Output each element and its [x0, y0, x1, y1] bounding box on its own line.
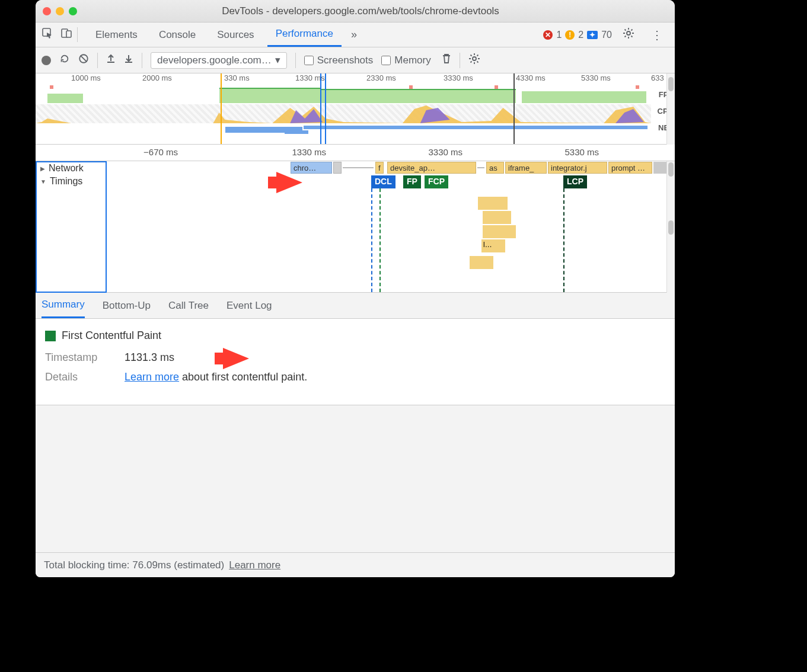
console-status-badges[interactable]: ✕ 1 ! 2 ✦ 70: [543, 30, 612, 40]
recording-selector[interactable]: developers.google.com… ▾: [151, 52, 287, 69]
track-network[interactable]: ▶Network: [36, 161, 106, 174]
status-bar: Total blocking time: 76.09ms (estimated)…: [36, 552, 675, 577]
info-count: 70: [601, 30, 612, 40]
footer-learn-more-link[interactable]: Learn more: [229, 559, 280, 571]
learn-more-link[interactable]: Learn more: [125, 371, 179, 383]
capture-settings-icon[interactable]: [468, 53, 480, 68]
network-request[interactable]: as: [486, 162, 504, 174]
info-icon: ✦: [587, 31, 598, 39]
total-blocking-time: Total blocking time: 76.09ms (estimated): [44, 559, 224, 571]
load-profile-icon[interactable]: [106, 53, 116, 67]
recording-selector-value: developers.google.com…: [157, 55, 272, 66]
more-tabs-icon[interactable]: »: [346, 28, 362, 41]
track-timings[interactable]: ▼Timings: [36, 174, 106, 187]
long-task[interactable]: [483, 225, 516, 238]
svg-line-5: [81, 56, 87, 62]
track-labels: ▶Network ▼Timings: [36, 161, 107, 292]
detail-tab-bottom-up[interactable]: Bottom-Up: [103, 293, 151, 318]
detail-tab-summary[interactable]: Summary: [42, 293, 85, 318]
window-minimize-button[interactable]: [56, 7, 64, 15]
summary-panel: First Contentful Paint Timestamp 1131.3 …: [36, 319, 675, 405]
memory-checkbox[interactable]: Memory: [381, 55, 430, 66]
cpu-lane: [36, 104, 651, 123]
overview-ruler: 1000 ms 2000 ms 330 ms 1330 ms 2330 ms 3…: [36, 73, 675, 84]
window-close-button[interactable]: [43, 7, 51, 15]
flame-main[interactable]: chro… f devsite_ap… as iframe_ integrato…: [107, 161, 675, 292]
inspect-element-icon[interactable]: [42, 27, 53, 42]
svg-rect-6: [107, 62, 114, 63]
fps-lane: [36, 87, 651, 103]
svg-point-8: [473, 57, 476, 60]
flamechart-area[interactable]: −670 ms 1330 ms 3330 ms 5330 ms ▶Network…: [36, 145, 675, 293]
detail-tab-bar: Summary Bottom-Up Call Tree Event Log: [36, 293, 675, 319]
overview-timeline[interactable]: 1000 ms 2000 ms 330 ms 1330 ms 2330 ms 3…: [36, 73, 675, 145]
tab-sources[interactable]: Sources: [209, 23, 262, 47]
window-traffic-lights: [43, 7, 77, 15]
timing-lcp[interactable]: LCP: [563, 175, 587, 188]
empty-space: [36, 405, 675, 552]
network-request[interactable]: iframe_: [505, 162, 547, 174]
long-task[interactable]: l…: [481, 239, 505, 252]
record-button[interactable]: [42, 56, 51, 65]
device-toolbar-icon[interactable]: [60, 27, 72, 42]
memory-checkbox-input[interactable]: [381, 56, 391, 65]
timing-fp[interactable]: FP: [403, 175, 421, 188]
tab-console[interactable]: Console: [151, 23, 204, 47]
error-icon: ✕: [543, 30, 553, 40]
dropdown-icon: ▾: [275, 54, 280, 66]
screenshots-label: Screenshots: [317, 55, 374, 66]
settings-icon[interactable]: [617, 27, 640, 42]
net-lane: [36, 124, 651, 134]
flame-scrollbar[interactable]: [666, 161, 675, 293]
reload-record-icon[interactable]: [59, 53, 70, 67]
svg-point-3: [627, 31, 630, 35]
network-request[interactable]: f: [375, 162, 384, 174]
timestamp-value: 1131.3 ms: [125, 351, 174, 364]
window-titlebar: DevTools - developers.google.com/web/too…: [36, 0, 675, 23]
network-request[interactable]: prompt …: [608, 162, 652, 174]
timing-fcp[interactable]: FCP: [425, 175, 448, 188]
tab-performance[interactable]: Performance: [267, 23, 342, 47]
network-request[interactable]: [333, 162, 342, 174]
screenshots-checkbox[interactable]: Screenshots: [304, 55, 374, 66]
annotation-arrow-icon: [223, 348, 249, 369]
error-count: 1: [556, 30, 562, 40]
performance-toolbar: developers.google.com… ▾ Screenshots Mem…: [36, 47, 675, 73]
devtools-window: DevTools - developers.google.com/web/too…: [36, 0, 675, 577]
window-title: DevTools - developers.google.com/web/too…: [77, 5, 668, 17]
details-label: Details: [45, 371, 110, 383]
summary-title: First Contentful Paint: [62, 329, 161, 342]
screenshots-checkbox-input[interactable]: [304, 56, 314, 65]
warning-count: 2: [578, 30, 583, 40]
details-tail: about first contentful paint.: [179, 371, 307, 383]
more-options-icon[interactable]: ⋮: [645, 28, 669, 42]
long-task[interactable]: [483, 211, 511, 224]
flame-ruler: −670 ms 1330 ms 3330 ms 5330 ms: [36, 145, 675, 161]
window-zoom-button[interactable]: [69, 7, 77, 15]
long-task[interactable]: [478, 197, 508, 210]
long-task[interactable]: [470, 256, 493, 269]
clear-icon[interactable]: [78, 53, 89, 67]
event-color-swatch: [45, 331, 56, 341]
svg-rect-7: [125, 62, 132, 63]
devtools-main-tab-bar: Elements Console Sources Performance » ✕…: [36, 23, 675, 47]
annotation-arrow-icon: [276, 172, 302, 193]
overview-scrollbar[interactable]: [666, 73, 675, 145]
memory-label: Memory: [394, 55, 430, 66]
svg-rect-2: [66, 31, 71, 37]
timestamp-label: Timestamp: [45, 351, 110, 364]
network-request[interactable]: devsite_ap…: [387, 162, 476, 174]
detail-tab-call-tree[interactable]: Call Tree: [168, 293, 209, 318]
tab-elements[interactable]: Elements: [87, 23, 146, 47]
detail-tab-event-log[interactable]: Event Log: [227, 293, 272, 318]
timing-dcl[interactable]: DCL: [371, 175, 395, 188]
warning-icon: !: [565, 30, 575, 40]
garbage-collect-icon[interactable]: [442, 53, 451, 68]
network-request[interactable]: integrator.j: [548, 162, 607, 174]
save-profile-icon[interactable]: [124, 53, 133, 67]
